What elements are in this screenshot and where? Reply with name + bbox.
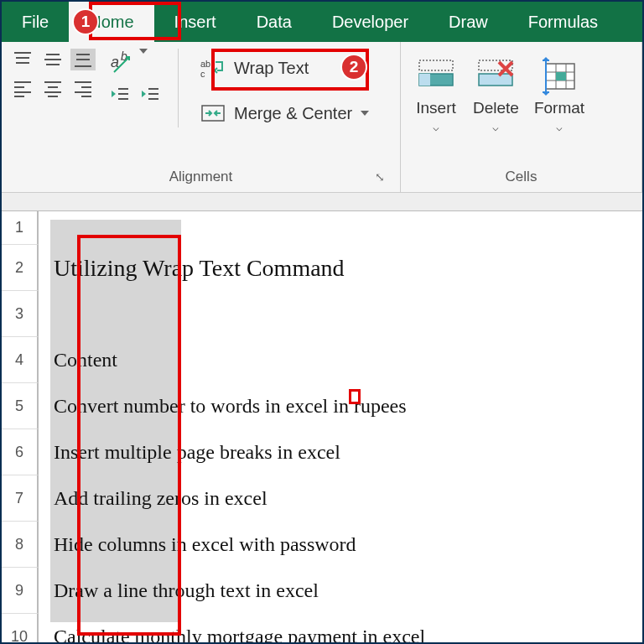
chevron-down-icon: ⌵ bbox=[556, 121, 563, 133]
delete-cells-button[interactable]: Delete ⌵ bbox=[473, 57, 519, 133]
chevron-down-icon: ⌵ bbox=[492, 121, 499, 133]
annotation-box-3 bbox=[77, 235, 181, 636]
tab-file[interactable]: File bbox=[2, 2, 69, 42]
format-label: Format bbox=[534, 99, 584, 117]
insert-cells-icon bbox=[414, 57, 458, 96]
row-header-8[interactable]: 8 bbox=[2, 522, 39, 568]
align-left-button[interactable] bbox=[10, 77, 35, 99]
group-label-cells: Cells bbox=[409, 165, 633, 189]
align-top-button[interactable] bbox=[10, 49, 35, 70]
row-headers: 1 2 3 4 5 6 7 8 9 10 bbox=[2, 211, 39, 644]
column-headers[interactable] bbox=[2, 193, 642, 211]
svg-rect-4 bbox=[202, 106, 224, 121]
align-bottom-button[interactable] bbox=[70, 49, 96, 70]
svg-rect-7 bbox=[419, 74, 430, 86]
delete-label: Delete bbox=[473, 99, 519, 117]
row-header-4[interactable]: 4 bbox=[2, 337, 39, 383]
orientation-button[interactable]: ab bbox=[107, 49, 163, 77]
tab-draw[interactable]: Draw bbox=[428, 2, 508, 42]
svg-rect-5 bbox=[419, 60, 453, 70]
tab-formulas[interactable]: Formulas bbox=[508, 2, 618, 42]
svg-text:c: c bbox=[200, 69, 205, 79]
chevron-down-icon bbox=[361, 111, 369, 116]
row-header-5[interactable]: 5 bbox=[2, 383, 39, 429]
svg-rect-11 bbox=[556, 72, 566, 80]
dialog-launcher-icon[interactable]: ⤡ bbox=[375, 170, 385, 184]
row-header-10[interactable]: 10 bbox=[2, 614, 39, 644]
svg-text:ab: ab bbox=[200, 59, 210, 69]
merge-center-icon bbox=[200, 102, 226, 124]
decrease-indent-button[interactable] bbox=[107, 84, 132, 106]
group-label-alignment: Alignment ⤡ bbox=[10, 165, 392, 189]
insert-label: Insert bbox=[416, 99, 456, 117]
format-cells-icon bbox=[538, 57, 581, 96]
annotation-box-1 bbox=[89, 2, 181, 40]
row-header-9[interactable]: 9 bbox=[2, 568, 39, 614]
text-cursor bbox=[349, 389, 361, 404]
row-header-1[interactable]: 1 bbox=[2, 211, 39, 245]
annotation-badge-2: 2 bbox=[340, 54, 367, 80]
row-header-7[interactable]: 7 bbox=[2, 475, 39, 522]
row-header-3[interactable]: 3 bbox=[2, 291, 39, 337]
chevron-down-icon: ⌵ bbox=[433, 121, 439, 133]
annotation-badge-1: 1 bbox=[72, 8, 99, 35]
insert-cells-button[interactable]: Insert ⌵ bbox=[414, 57, 458, 133]
merge-center-button[interactable]: Merge & Center bbox=[194, 99, 376, 127]
delete-cells-icon bbox=[474, 57, 517, 96]
merge-center-label: Merge & Center bbox=[234, 104, 352, 123]
align-middle-button[interactable] bbox=[40, 49, 65, 70]
svg-rect-9 bbox=[479, 74, 512, 86]
row-header-2[interactable]: 2 bbox=[2, 245, 39, 291]
chevron-down-icon bbox=[139, 49, 148, 54]
align-center-button[interactable] bbox=[40, 77, 65, 99]
row-header-6[interactable]: 6 bbox=[2, 429, 39, 475]
increase-indent-button[interactable] bbox=[138, 84, 163, 106]
tab-data[interactable]: Data bbox=[236, 2, 312, 42]
format-cells-button[interactable]: Format ⌵ bbox=[534, 57, 584, 133]
align-right-button[interactable] bbox=[70, 77, 96, 99]
tab-developer[interactable]: Developer bbox=[312, 2, 428, 42]
